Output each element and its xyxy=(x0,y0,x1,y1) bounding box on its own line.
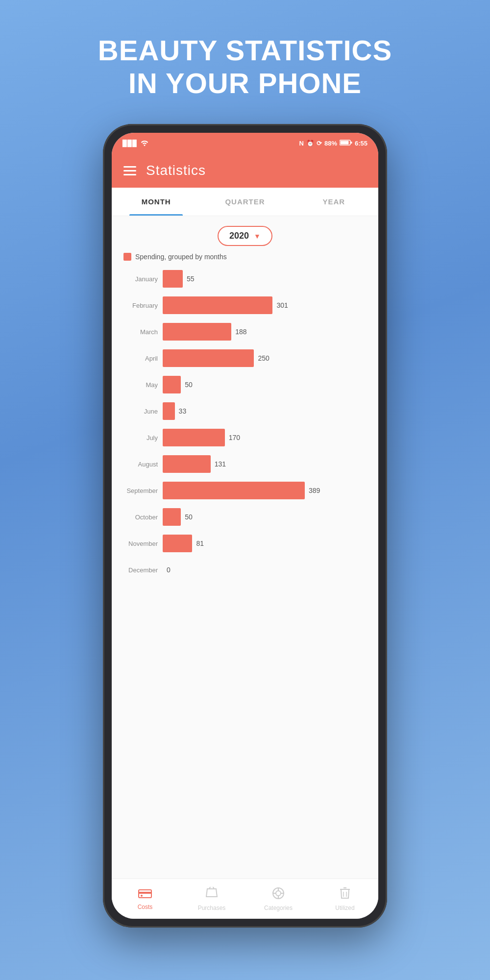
main-content: 2020 ▼ Spending, grouped by months Janua… xyxy=(112,216,378,879)
bar xyxy=(163,455,211,473)
hero-line2: IN YOUR PHONE xyxy=(98,67,392,100)
svg-rect-2 xyxy=(350,142,352,144)
month-label: April xyxy=(120,355,163,362)
bar-container: 301 xyxy=(163,296,370,314)
nav-utilized-label: Utilized xyxy=(335,905,354,911)
battery-percent: 88% xyxy=(324,140,337,147)
time-display: 6:55 xyxy=(355,140,368,147)
bar xyxy=(163,376,181,393)
status-bar: ▉▉▉ N ⏰ ⟳ 88% xyxy=(112,133,378,153)
nav-categories[interactable]: Categories xyxy=(245,887,312,911)
phone-rotate-icon: ⟳ xyxy=(317,140,322,147)
chart-legend: Spending, grouped by months xyxy=(120,253,370,261)
bar-container: 131 xyxy=(163,455,370,473)
month-label: September xyxy=(120,487,163,494)
month-label: July xyxy=(120,434,163,441)
app-header: Statistics xyxy=(112,153,378,188)
period-tabs: MONTH QUARTER YEAR xyxy=(112,188,378,216)
year-selector[interactable]: 2020 ▼ xyxy=(218,226,272,246)
chart-row: August131 xyxy=(120,451,370,477)
month-label: December xyxy=(120,566,163,574)
svg-point-7 xyxy=(276,891,281,896)
bar-value: 389 xyxy=(309,487,320,494)
status-right: N ⏰ ⟳ 88% 6:55 xyxy=(299,139,368,147)
bar-container: 0 xyxy=(163,561,370,579)
svg-rect-1 xyxy=(340,141,348,144)
hamburger-menu[interactable] xyxy=(123,166,136,175)
phone-screen: ▉▉▉ N ⏰ ⟳ 88% xyxy=(112,133,378,919)
nav-costs-label: Costs xyxy=(138,904,153,910)
chart-row: October50 xyxy=(120,504,370,530)
month-label: August xyxy=(120,461,163,468)
bar-container: 50 xyxy=(163,376,370,393)
bar-container: 250 xyxy=(163,349,370,367)
bar-value: 0 xyxy=(167,566,171,574)
nav-categories-label: Categories xyxy=(264,905,293,911)
year-selector-row: 2020 ▼ xyxy=(112,216,378,253)
bar-value: 33 xyxy=(179,407,187,415)
chart-row: June33 xyxy=(120,398,370,424)
month-label: March xyxy=(120,328,163,336)
month-label: November xyxy=(120,540,163,547)
month-label: February xyxy=(120,302,163,309)
chart-row: April250 xyxy=(120,345,370,371)
year-value: 2020 xyxy=(229,231,249,241)
bar xyxy=(163,429,225,446)
bar-value: 81 xyxy=(196,539,204,547)
bar xyxy=(163,296,272,314)
bar-value: 250 xyxy=(258,354,269,362)
month-label: June xyxy=(120,408,163,415)
chart-row: March188 xyxy=(120,318,370,345)
nav-utilized[interactable]: Utilized xyxy=(312,887,378,911)
wifi-icon xyxy=(140,139,149,147)
tab-quarter[interactable]: QUARTER xyxy=(200,188,289,216)
utilized-icon xyxy=(340,887,350,903)
bar xyxy=(163,349,254,367)
tab-month[interactable]: MONTH xyxy=(112,188,200,216)
nav-purchases[interactable]: Purchases xyxy=(178,887,245,911)
bar-value: 55 xyxy=(187,275,195,283)
bar xyxy=(163,482,305,499)
svg-rect-4 xyxy=(139,892,151,894)
bar xyxy=(163,402,175,420)
bar-container: 188 xyxy=(163,323,370,341)
bar-container: 55 xyxy=(163,270,370,288)
bar-container: 50 xyxy=(163,508,370,526)
chart-row: July170 xyxy=(120,424,370,451)
bar-container: 81 xyxy=(163,535,370,552)
bar xyxy=(163,270,183,288)
categories-icon xyxy=(272,887,285,903)
phone-wrapper: ▉▉▉ N ⏰ ⟳ 88% xyxy=(103,124,387,928)
nav-costs[interactable]: Costs xyxy=(112,888,178,910)
bar-value: 50 xyxy=(185,513,193,521)
app-title: Statistics xyxy=(146,163,206,178)
chart-row: January55 xyxy=(120,266,370,292)
chart-row: September389 xyxy=(120,477,370,504)
chart-row: May50 xyxy=(120,371,370,398)
hero-line1: BEAUTY STATISTICS xyxy=(98,34,392,67)
month-label: October xyxy=(120,514,163,521)
battery-icon xyxy=(340,139,352,147)
chart-area: Spending, grouped by months January55Feb… xyxy=(112,253,378,879)
bar-container: 170 xyxy=(163,429,370,446)
month-label: January xyxy=(120,275,163,283)
hero-text: BEAUTY STATISTICS IN YOUR PHONE xyxy=(98,34,392,99)
legend-label: Spending, grouped by months xyxy=(135,253,227,261)
bar-value: 131 xyxy=(215,460,226,468)
chart-rows: January55February301March188April250May5… xyxy=(120,266,370,583)
signal-icon: ▉▉▉ xyxy=(122,140,137,147)
bottom-nav: Costs Purchases xyxy=(112,879,378,919)
month-label: May xyxy=(120,381,163,389)
svg-point-5 xyxy=(141,895,143,897)
bar-container: 389 xyxy=(163,482,370,499)
bar-value: 301 xyxy=(276,301,288,309)
bar-value: 170 xyxy=(229,434,240,441)
bar-container: 33 xyxy=(163,402,370,420)
bar xyxy=(163,323,231,341)
bar xyxy=(163,535,192,552)
bar-value: 50 xyxy=(185,381,193,389)
purchases-icon xyxy=(206,887,218,903)
status-left: ▉▉▉ xyxy=(122,139,149,147)
chart-row: November81 xyxy=(120,530,370,557)
tab-year[interactable]: YEAR xyxy=(290,188,378,216)
